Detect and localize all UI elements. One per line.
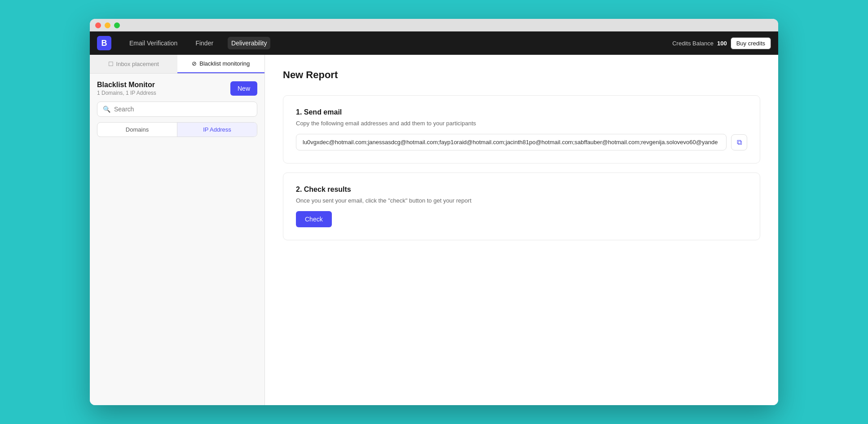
nav-deliverability[interactable]: Deliverability — [228, 37, 270, 49]
buy-credits-button[interactable]: Buy credits — [731, 37, 771, 49]
sidebar: ☐ Inbox placement ⊘ Blacklist monitoring… — [90, 55, 265, 405]
step1-description: Copy the following email addresses and a… — [296, 120, 747, 127]
check-button[interactable]: Check — [296, 211, 332, 227]
sidebar-body: Blacklist Monitor 1 Domains, 1 IP Addres… — [90, 74, 264, 144]
filter-tabs: Domains IP Address — [97, 122, 257, 137]
tab-inbox-placement[interactable]: ☐ Inbox placement — [90, 55, 177, 73]
monitor-title: Blacklist Monitor — [97, 81, 156, 89]
search-input[interactable] — [114, 106, 251, 113]
main-content: ☐ Inbox placement ⊘ Blacklist monitoring… — [90, 55, 778, 405]
minimize-button[interactable] — [105, 22, 110, 28]
navbar: B Email Verification Finder Deliverabili… — [90, 31, 778, 55]
app-logo: B — [97, 36, 111, 50]
tab-blacklist-monitoring[interactable]: ⊘ Blacklist monitoring — [177, 55, 265, 73]
copy-icon: ⧉ — [737, 138, 742, 146]
page-title: New Report — [283, 69, 760, 81]
maximize-button[interactable] — [114, 22, 120, 28]
app-window: B Email Verification Finder Deliverabili… — [90, 19, 778, 405]
filter-tab-ip-address[interactable]: IP Address — [177, 123, 257, 137]
content-area: New Report 1. Send email Copy the follow… — [265, 55, 778, 405]
step1-card: 1. Send email Copy the following email a… — [283, 95, 760, 163]
email-list-input[interactable] — [296, 134, 727, 150]
credits-area: Credits Balance 100 Buy credits — [672, 37, 771, 49]
copy-button[interactable]: ⧉ — [731, 134, 747, 150]
search-icon: 🔍 — [103, 106, 110, 113]
monitor-info: Blacklist Monitor 1 Domains, 1 IP Addres… — [97, 81, 156, 96]
step2-title: 2. Check results — [296, 186, 747, 194]
close-button[interactable] — [95, 22, 101, 28]
step2-description: Once you sent your email, click the "che… — [296, 197, 747, 204]
sidebar-header: Blacklist Monitor 1 Domains, 1 IP Addres… — [97, 81, 257, 96]
credits-value: 100 — [717, 40, 727, 47]
sidebar-nav-tabs: ☐ Inbox placement ⊘ Blacklist monitoring — [90, 55, 264, 74]
new-report-button[interactable]: New — [230, 81, 257, 96]
title-bar — [90, 19, 778, 31]
step1-title: 1. Send email — [296, 108, 747, 116]
blacklist-icon: ⊘ — [192, 60, 197, 67]
nav-email-verification[interactable]: Email Verification — [126, 37, 181, 49]
monitor-subtitle: 1 Domains, 1 IP Address — [97, 90, 156, 96]
step2-card: 2. Check results Once you sent your emai… — [283, 172, 760, 240]
search-box: 🔍 — [97, 102, 257, 117]
filter-tab-domains[interactable]: Domains — [97, 123, 177, 137]
inbox-icon: ☐ — [108, 61, 114, 67]
email-list-row: ⧉ — [296, 134, 747, 150]
credits-label: Credits Balance — [672, 40, 714, 47]
nav-finder[interactable]: Finder — [192, 37, 217, 49]
